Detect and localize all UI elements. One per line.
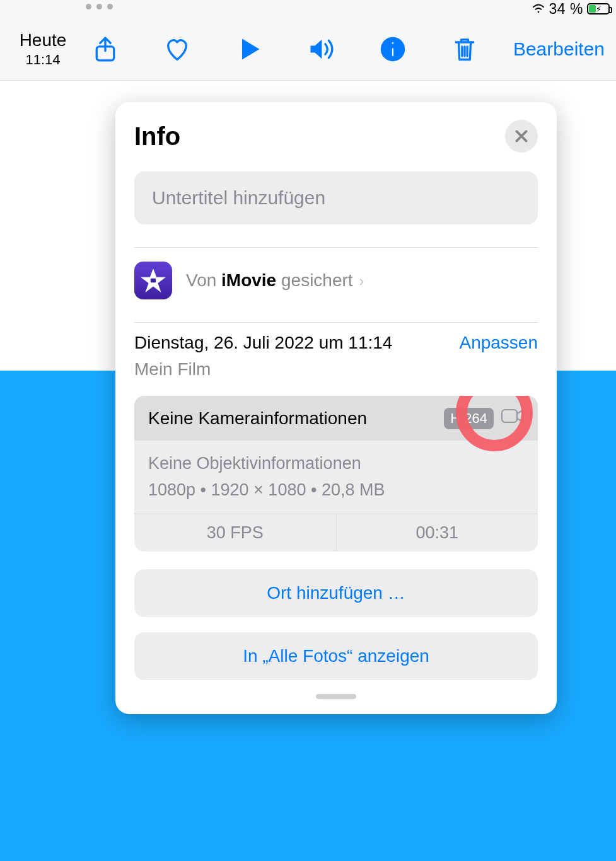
battery-icon: ⚡︎ (587, 3, 610, 14)
capture-date: Dienstag, 26. Juli 2022 um 11:14 (134, 333, 392, 353)
svg-point-2 (391, 41, 395, 45)
video-camera-icon (501, 407, 524, 429)
speaker-icon[interactable] (305, 33, 337, 65)
battery-percentage: 34 % (549, 1, 583, 18)
svg-rect-6 (502, 410, 517, 422)
info-panel: Info Untertitel hinzufügen Von iMovie ge… (115, 102, 557, 714)
fps-label: 30 FPS (134, 514, 337, 552)
info-icon[interactable] (377, 33, 409, 65)
codec-badge: H.264 (444, 408, 494, 429)
svg-rect-5 (151, 279, 156, 282)
status-bar: 34 % ⚡︎ (0, 0, 616, 18)
spec-line: 1080p • 1920 × 1080 • 20,8 MB (148, 477, 524, 504)
close-icon (513, 128, 530, 144)
share-icon[interactable] (90, 33, 121, 65)
saved-from-row[interactable]: Von iMovie gesichert › (115, 248, 557, 299)
panel-title: Info (134, 122, 180, 151)
heart-icon[interactable] (161, 33, 193, 65)
add-location-button[interactable]: Ort hinzufügen … (134, 569, 538, 617)
play-icon[interactable] (233, 33, 265, 65)
toolbar: Heute 11:14 Bearbeiten (0, 18, 616, 81)
metadata-box: Keine Kamerainformationen H.264 Keine Ob… (134, 396, 538, 552)
trash-icon[interactable] (449, 33, 480, 65)
saved-from-label: Von iMovie gesichert › (186, 270, 364, 291)
close-button[interactable] (505, 120, 538, 153)
date-time-label: Heute 11:14 (11, 30, 74, 68)
wifi-icon (532, 3, 545, 15)
camera-info: Keine Kamerainformationen (148, 408, 367, 429)
show-in-all-photos-button[interactable]: In „Alle Fotos“ anzeigen (134, 632, 538, 680)
duration-label: 00:31 (337, 514, 538, 552)
adjust-button[interactable]: Anpassen (459, 333, 538, 353)
caption-input[interactable]: Untertitel hinzufügen (134, 171, 538, 224)
chevron-right-icon: › (359, 272, 364, 289)
file-name: Mein Film (134, 359, 392, 379)
lens-info: Keine Objektivinformationen (148, 451, 524, 477)
svg-rect-3 (391, 47, 395, 57)
caption-placeholder: Untertitel hinzufügen (152, 187, 325, 209)
imovie-app-icon (134, 262, 172, 299)
edit-button[interactable]: Bearbeiten (513, 38, 605, 60)
sheet-grabber[interactable] (316, 694, 356, 699)
multitask-dots-icon (86, 4, 113, 9)
